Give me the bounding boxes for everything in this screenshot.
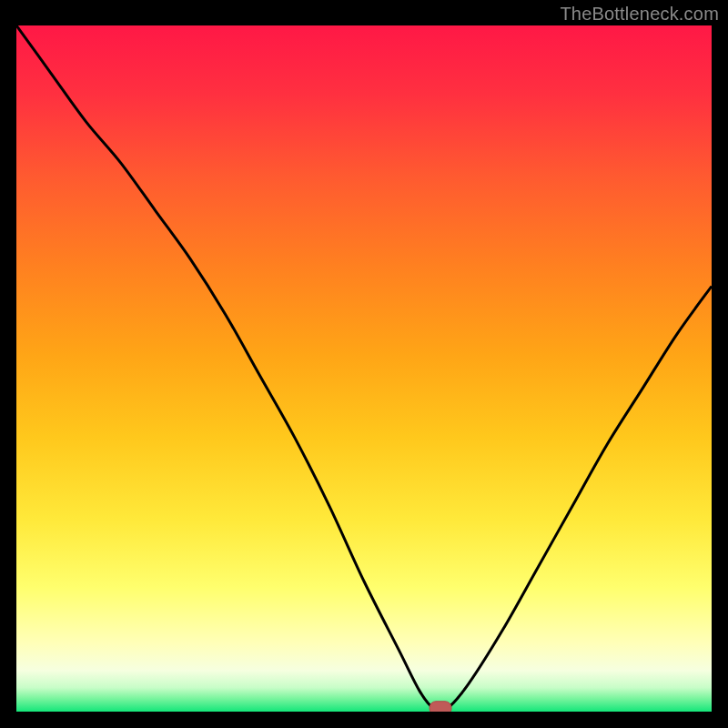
chart-svg (16, 25, 712, 712)
chart-frame: TheBottleneck.com (0, 0, 728, 728)
optimum-marker (430, 702, 451, 712)
chart-plot-area (16, 25, 712, 712)
watermark-text: TheBottleneck.com (560, 4, 719, 25)
chart-background-gradient (16, 25, 712, 712)
